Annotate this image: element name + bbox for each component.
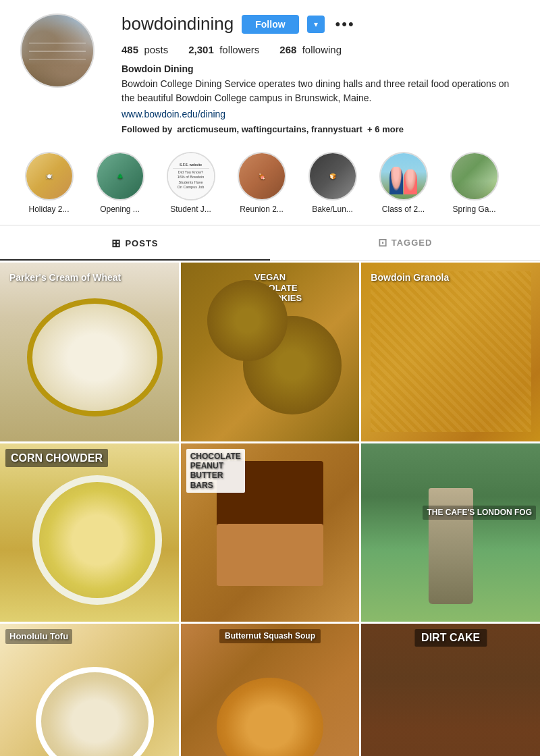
post-image-pb-bars: CHOCOLATE PEANUT BUTTER BARS [181,443,360,622]
highlight-circle-bake: 🍞 [308,152,357,200]
followed-by: Followed by arcticmuseum, waftingcurtain… [122,124,520,134]
post-item-granola[interactable]: Bowdoin Granola [361,263,540,441]
post-image-squash: Butternut Squash Soup [181,624,360,756]
profile-header: bowdoindining Follow ▾ ••• 485 posts 2,3… [0,0,540,141]
bio: Bowdoin College Dining Service operates … [122,77,520,105]
post-image-granola: Bowdoin Granola [361,263,540,441]
posts-label: posts [144,44,168,55]
post-item-cream-wheat[interactable]: Parker's Cream of Wheat [0,263,179,441]
posts-stat: 485 posts [122,44,168,55]
avatar-container [20,14,94,88]
highlight-label-class: Class of 2... [375,205,432,214]
post-image-dirt-cake: DIRT CAKE [361,624,540,756]
tagged-tab-label: TAGGED [392,238,433,248]
display-name: Bowdoin Dining [122,63,520,74]
follow-dropdown-button[interactable]: ▾ [307,16,325,33]
highlight-item-spring[interactable]: Spring Ga... [446,152,503,214]
highlight-label-opening: Opening ... [91,205,148,214]
post-item-tofu[interactable]: Honolulu Tofu [0,624,179,756]
following-stat[interactable]: 268 following [279,44,342,55]
tab-posts[interactable]: ⊞ POSTS [0,227,270,261]
post-label-chowder: CORN CHOWDER [5,449,108,467]
stats-row: 485 posts 2,301 followers 268 following [122,44,520,55]
post-image-tofu: Honolulu Tofu [0,624,179,756]
highlight-circle-class [379,152,428,200]
highlight-label-holiday: Holiday 2... [20,205,78,214]
post-item-pb-bars[interactable]: CHOCOLATE PEANUT BUTTER BARS [181,443,360,622]
posts-tab-label: POSTS [125,238,158,248]
post-label-london-fog: THE CAFE'S LONDON FOG [423,506,536,519]
avatar-image [22,15,93,86]
post-item-chowder[interactable]: CORN CHOWDER [0,443,179,622]
avatar [20,14,94,88]
post-label-dirt-cake: DIRT CAKE [414,629,487,646]
post-image-chowder: CORN CHOWDER [0,443,179,622]
highlights-row: 🍽️ Holiday 2... 🌲 Opening ... S.F.S. web… [14,152,526,214]
post-item-squash[interactable]: Butternut Squash Soup [181,624,360,756]
highlight-circle-student: S.F.S. website Did You Know?16% of Bowdo… [167,152,215,200]
post-label-squash: Butternut Squash Soup [219,629,321,643]
highlight-label-reunion: Reunion 2... [233,205,290,214]
dropdown-arrow-icon: ▾ [314,20,318,29]
tab-tagged[interactable]: ⊡ TAGGED [270,227,540,260]
highlight-circle-holiday: 🍽️ [25,152,74,200]
more-options-button[interactable]: ••• [333,17,358,32]
highlight-label-bake: Bake/Lun... [304,205,361,214]
post-label-tofu: Honolulu Tofu [5,629,72,644]
highlight-label-spring: Spring Ga... [446,205,503,214]
followers-label: followers [219,44,259,55]
post-item-cookies[interactable]: VEGAN CHOCOLATE CHIP COOKIES [181,263,360,441]
post-label-cookies: VEGAN CHOCOLATE CHIP COOKIES [234,268,306,308]
followers-stat[interactable]: 2,301 followers [188,44,259,55]
followed-by-label: Followed by [122,124,172,134]
highlight-circle-reunion: 🍖 [238,152,286,200]
highlight-item-class[interactable]: Class of 2... [375,152,432,214]
follow-button[interactable]: Follow [242,15,298,34]
profile-top-row: bowdoindining Follow ▾ ••• [122,14,520,34]
following-label: following [302,44,342,55]
post-label-cream-wheat: Parker's Cream of Wheat [5,268,125,288]
highlight-circle-spring [450,152,499,200]
highlight-image-opening: 🌲 [97,153,143,199]
followers-count: 2,301 [188,44,214,55]
highlight-image-bake: 🍞 [310,153,356,199]
post-item-london-fog[interactable]: THE CAFE'S LONDON FOG [361,443,540,622]
highlight-item-reunion[interactable]: 🍖 Reunion 2... [233,152,290,214]
followed-by-users: arcticmuseum, waftingcurtains, frannystu… [177,124,362,134]
highlights-section: 🍽️ Holiday 2... 🌲 Opening ... S.F.S. web… [0,141,540,225]
highlight-circle-opening: 🌲 [96,152,144,200]
website-link[interactable]: www.bowdoin.edu/dining [122,109,225,119]
following-count: 268 [279,44,296,55]
tabs-section: ⊞ POSTS ⊡ TAGGED [0,227,540,261]
post-image-cookies: VEGAN CHOCOLATE CHIP COOKIES [181,263,360,441]
post-item-dirt-cake[interactable]: DIRT CAKE [361,624,540,756]
highlight-image-holiday: 🍽️ [26,153,72,199]
highlight-image-reunion: 🍖 [239,153,285,199]
posts-grid: Parker's Cream of Wheat VEGAN CHOCOLATE … [0,261,540,756]
highlight-image-spring [452,153,497,199]
post-label-granola: Bowdoin Granola [367,268,453,288]
username: bowdoindining [122,14,234,34]
posts-tab-icon: ⊞ [111,237,121,250]
followed-by-more[interactable]: + 6 more [367,124,404,134]
post-label-pb-bars: CHOCOLATE PEANUT BUTTER BARS [186,449,245,493]
highlight-item-bake[interactable]: 🍞 Bake/Lun... [304,152,361,214]
highlight-image-class [381,153,427,199]
highlight-label-student: Student J... [162,205,219,214]
posts-count: 485 [122,44,138,55]
post-image-cream-wheat: Parker's Cream of Wheat [0,263,179,441]
highlight-image-student: S.F.S. website Did You Know?16% of Bowdo… [168,153,214,199]
tagged-tab-icon: ⊡ [378,236,387,249]
highlight-item-opening[interactable]: 🌲 Opening ... [91,152,148,214]
highlight-item-student[interactable]: S.F.S. website Did You Know?16% of Bowdo… [162,152,219,214]
post-image-london-fog: THE CAFE'S LONDON FOG [361,443,540,622]
profile-info: bowdoindining Follow ▾ ••• 485 posts 2,3… [122,14,520,134]
highlight-item-holiday[interactable]: 🍽️ Holiday 2... [20,152,78,214]
